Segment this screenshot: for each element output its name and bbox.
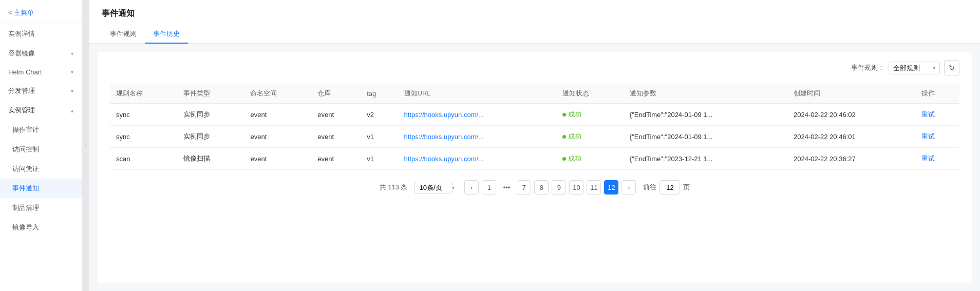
sidebar-item-instance-detail[interactable]: 实例详情 <box>0 24 82 44</box>
cell-notify-url: https://hooks.upyun.com/... <box>398 104 557 126</box>
notify-url-link[interactable]: https://hooks.upyun.com/... <box>404 133 484 141</box>
status-badge: 成功 <box>562 154 581 163</box>
cell-namespace: event <box>244 148 311 170</box>
cell-notify-params: {"EndTime":"2024-01-09 1... <box>624 126 787 148</box>
col-namespace: 命名空间 <box>244 84 311 104</box>
cell-notify-params: {"EndTime":"2024-01-09 1... <box>624 104 787 126</box>
col-notify-url: 通知URL <box>398 84 557 104</box>
cell-rule-name: sync <box>110 126 177 148</box>
retry-button[interactable]: 重试 <box>921 154 935 163</box>
status-dot-icon <box>562 157 566 161</box>
chevron-down-icon: ▾ <box>71 51 73 56</box>
tab-bar: 事件规则 事件历史 <box>102 25 968 43</box>
pagination: 共 113 条 10条/页20条/页50条/页 ‹ 1 ••• 7 8 9 10… <box>110 180 959 195</box>
cell-notify-url: https://hooks.upyun.com/... <box>398 148 557 170</box>
col-tag: tag <box>361 84 398 104</box>
page-btn-11[interactable]: 11 <box>587 180 601 195</box>
chevron-down-icon: ▾ <box>71 69 73 75</box>
sidebar-group-instance-manage[interactable]: 实例管理 ▴ <box>0 101 82 120</box>
cell-repo: event <box>311 126 361 148</box>
sidebar-collapse-handle[interactable]: ‹ <box>82 0 89 291</box>
cell-repo: event <box>311 104 361 126</box>
cell-event-type: 镜像扫描 <box>177 148 244 170</box>
page-btn-10[interactable]: 10 <box>569 180 583 195</box>
status-dot-icon <box>562 135 566 139</box>
cell-notify-url: https://hooks.upyun.com/... <box>398 126 557 148</box>
sidebar-item-container-image[interactable]: 容器镜像 ▾ <box>0 44 82 63</box>
cell-repo: event <box>311 148 361 170</box>
cell-event-type: 实例同步 <box>177 126 244 148</box>
toolbar: 事件规则： 全部规则 ↻ <box>110 60 959 75</box>
col-notify-status: 通知状态 <box>556 84 624 104</box>
sidebar-item-artifact-cleanup[interactable]: 制品清理 <box>0 198 82 218</box>
retry-button[interactable]: 重试 <box>921 110 935 119</box>
notify-url-link[interactable]: https://hooks.upyun.com/... <box>404 155 484 163</box>
cell-notify-status: 成功 <box>556 148 624 170</box>
prev-page-button[interactable]: ‹ <box>464 180 479 195</box>
status-dot-icon <box>562 113 566 117</box>
cell-action: 重试 <box>915 104 959 126</box>
goto-label: 前往 <box>643 183 656 192</box>
cell-notify-status: 成功 <box>556 126 624 148</box>
cell-event-type: 实例同步 <box>177 104 244 126</box>
page-unit: 页 <box>683 183 690 192</box>
cell-notify-status: 成功 <box>556 104 624 126</box>
event-history-table: 规则名称 事件类型 命名空间 仓库 tag 通知URL 通知状态 通知参数 创建… <box>110 84 959 170</box>
retry-button[interactable]: 重试 <box>921 132 935 141</box>
cell-tag: v1 <box>361 148 398 170</box>
page-btn-7[interactable]: 7 <box>517 180 531 195</box>
table-row: sync 实例同步 event event v2 https://hooks.u… <box>110 104 959 126</box>
sidebar-item-helm-chart[interactable]: Helm Chart ▾ <box>0 63 82 81</box>
tab-event-history[interactable]: 事件历史 <box>145 25 188 44</box>
sidebar-item-operation-audit[interactable]: 操作审计 <box>0 120 82 140</box>
chevron-up-icon: ▴ <box>71 108 73 113</box>
cell-notify-params: {"EndTime":"2023-12-21 1... <box>624 148 787 170</box>
table-row: sync 实例同步 event event v1 https://hooks.u… <box>110 126 959 148</box>
cell-action: 重试 <box>915 148 959 170</box>
notify-url-link[interactable]: https://hooks.upyun.com/... <box>404 111 484 119</box>
sidebar-item-access-control[interactable]: 访问控制 <box>0 140 82 159</box>
page-btn-1[interactable]: 1 <box>482 180 496 195</box>
col-notify-params: 通知参数 <box>624 84 787 104</box>
total-count: 共 113 条 <box>380 183 408 192</box>
main-content: 事件通知 事件规则 事件历史 事件规则： 全部规则 ↻ 规则名称 事件类型 命名… <box>89 0 980 291</box>
filter-select[interactable]: 全部规则 <box>889 62 940 74</box>
filter-label: 事件规则： <box>851 63 884 72</box>
sidebar-item-distribution[interactable]: 分发管理 ▾ <box>0 81 82 101</box>
cell-create-time: 2024-02-22 20:36:27 <box>787 148 915 170</box>
cell-rule-name: sync <box>110 104 177 126</box>
page-size-select[interactable]: 10条/页20条/页50条/页 <box>414 182 453 193</box>
page-btn-12[interactable]: 12 <box>604 180 618 195</box>
sidebar-item-image-import[interactable]: 镜像导入 <box>0 218 82 237</box>
tab-event-rules[interactable]: 事件规则 <box>102 25 145 44</box>
refresh-button[interactable]: ↻ <box>944 60 959 75</box>
page-header: 事件通知 事件规则 事件历史 <box>89 0 980 44</box>
cell-action: 重试 <box>915 126 959 148</box>
cell-tag: v2 <box>361 104 398 126</box>
cell-create-time: 2024-02-22 20:46:02 <box>787 104 915 126</box>
col-event-type: 事件类型 <box>177 84 244 104</box>
goto-input[interactable] <box>659 180 680 195</box>
back-button[interactable]: < 主菜单 <box>0 0 82 24</box>
status-badge: 成功 <box>562 110 581 119</box>
sidebar-item-access-credential[interactable]: 访问凭证 <box>0 159 82 179</box>
page-btn-9[interactable]: 9 <box>552 180 566 195</box>
page-title: 事件通知 <box>102 8 968 19</box>
cell-namespace: event <box>244 126 311 148</box>
table-row: scan 镜像扫描 event event v1 https://hooks.u… <box>110 148 959 170</box>
cell-rule-name: scan <box>110 148 177 170</box>
cell-create-time: 2024-02-22 20:46:01 <box>787 126 915 148</box>
col-rule-name: 规则名称 <box>110 84 177 104</box>
col-repo: 仓库 <box>311 84 361 104</box>
col-create-time: 创建时间 <box>787 84 915 104</box>
status-badge: 成功 <box>562 132 581 141</box>
next-page-button[interactable]: › <box>621 180 636 195</box>
sidebar-item-event-notify[interactable]: 事件通知 <box>0 179 82 198</box>
page-btn-8[interactable]: 8 <box>534 180 549 195</box>
sidebar-wrapper: < 主菜单 实例详情 容器镜像 ▾ Helm Chart ▾ 分发管理 ▾ 实例… <box>0 0 89 291</box>
goto-section: 前往 页 <box>643 180 690 195</box>
page-ellipsis: ••• <box>499 180 514 195</box>
chevron-down-icon: ▾ <box>71 88 73 94</box>
sidebar: < 主菜单 实例详情 容器镜像 ▾ Helm Chart ▾ 分发管理 ▾ 实例… <box>0 0 82 291</box>
filter-select-wrapper: 全部规则 <box>889 62 940 74</box>
